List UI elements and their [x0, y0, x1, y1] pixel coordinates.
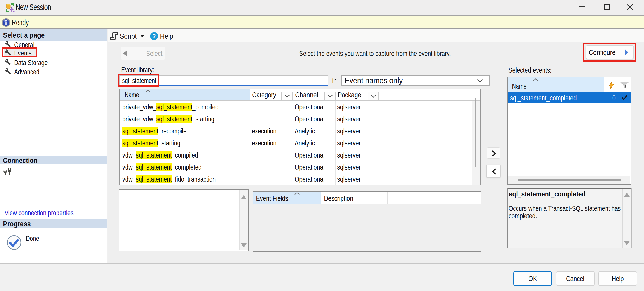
svg-text:?: ? — [152, 33, 156, 39]
